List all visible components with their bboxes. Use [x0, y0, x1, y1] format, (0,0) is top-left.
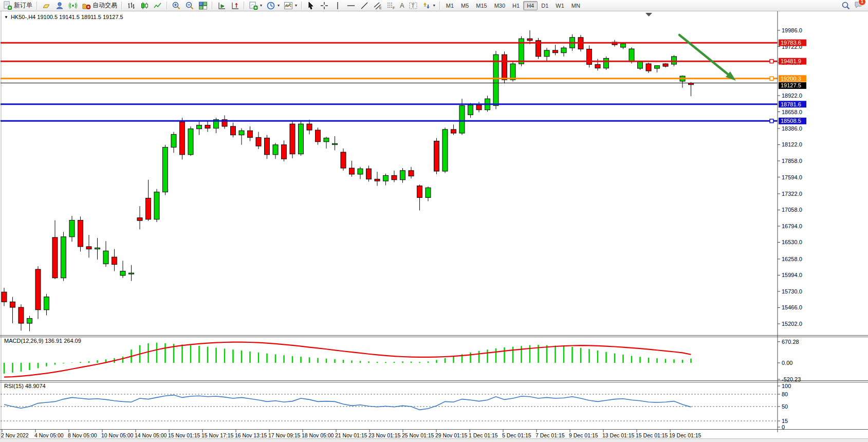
periods-button[interactable]: ▾	[264, 0, 282, 11]
auto-scroll-icon	[217, 1, 226, 10]
svg-text:80: 80	[782, 391, 788, 397]
svg-text:14 Nov 05:00: 14 Nov 05:00	[135, 432, 167, 438]
svg-text:15202.0: 15202.0	[782, 321, 802, 327]
rsi-label: RSI(15) 48.9074	[4, 383, 46, 389]
auto-scroll-button[interactable]	[215, 0, 228, 11]
signals-button[interactable]	[66, 0, 80, 11]
line-chart-button[interactable]	[151, 0, 164, 11]
svg-text:4 Nov 05:00: 4 Nov 05:00	[34, 432, 64, 438]
fibonacci-icon: F	[386, 1, 396, 10]
new-order-button[interactable]: 新订单	[1, 0, 34, 11]
svg-text:0: 0	[782, 424, 785, 430]
zoom-out-icon	[185, 1, 194, 10]
arrows-button[interactable]: ▾	[420, 0, 437, 11]
new-order-label: 新订单	[14, 1, 32, 10]
indicators-icon	[284, 1, 293, 10]
zoom-in-button[interactable]	[170, 0, 183, 11]
bar-chart-icon	[126, 1, 136, 10]
svg-text:F: F	[393, 6, 395, 10]
svg-text:19127.5: 19127.5	[781, 82, 801, 88]
candlestick-chart-button[interactable]	[138, 0, 151, 11]
svg-text:21 Nov 01:15: 21 Nov 01:15	[335, 432, 367, 438]
tf-m1[interactable]: M1	[442, 1, 457, 10]
cursor-button[interactable]	[304, 0, 318, 11]
auto-trading-label: 自动交易	[93, 1, 117, 10]
svg-text:25 Nov 01:15: 25 Nov 01:15	[402, 432, 434, 438]
svg-text:0.00: 0.00	[782, 360, 792, 366]
chevron-down-icon: ▾	[433, 3, 435, 8]
svg-text:15730.0: 15730.0	[782, 288, 802, 294]
tile-windows-button[interactable]	[196, 0, 210, 11]
svg-text:T: T	[411, 3, 414, 9]
svg-text:16794.0: 16794.0	[782, 223, 802, 229]
svg-text:15994.0: 15994.0	[782, 272, 802, 278]
deposit-button[interactable]	[40, 0, 53, 11]
tf-h4[interactable]: H4	[523, 1, 538, 10]
collapse-icon[interactable]: ▼	[4, 15, 8, 20]
toolbar-separator	[301, 2, 302, 10]
svg-text:17 Nov 09:15: 17 Nov 09:15	[268, 432, 301, 438]
chart-canvas[interactable]: 19986.019722.019458.018922.018658.018386…	[0, 11, 868, 442]
svg-text:18922.0: 18922.0	[782, 93, 802, 99]
svg-text:10 Nov 05:00: 10 Nov 05:00	[101, 432, 134, 438]
trendline-button[interactable]	[358, 0, 371, 11]
horizontal-line-button[interactable]	[344, 0, 358, 11]
svg-text:15466.0: 15466.0	[782, 304, 802, 310]
svg-text:18781.6: 18781.6	[781, 101, 801, 107]
channel-icon: E	[373, 1, 382, 10]
tf-w1[interactable]: W1	[552, 1, 568, 10]
channel-button[interactable]: E	[371, 0, 384, 11]
horizontal-line-icon	[346, 1, 356, 10]
cursor-icon	[306, 1, 316, 10]
macd-label: MACD(12,26,9) 136.91 264.09	[4, 338, 81, 344]
chevron-down-icon: ▾	[278, 3, 280, 8]
text-button[interactable]: A	[398, 0, 407, 11]
svg-text:15: 15	[782, 418, 788, 424]
svg-text:670.28: 670.28	[782, 339, 799, 345]
auto-trading-button[interactable]: 自动交易	[80, 0, 119, 11]
toolbar-separator	[212, 2, 213, 10]
search-icon[interactable]	[841, 1, 851, 10]
tf-h1[interactable]: H1	[509, 1, 523, 10]
toolbar: 新订单 自动交易	[0, 0, 868, 11]
zoom-out-button[interactable]	[183, 0, 196, 11]
crosshair-button[interactable]	[318, 0, 331, 11]
tf-d1[interactable]: D1	[538, 1, 552, 10]
svg-text:17322.0: 17322.0	[782, 191, 802, 197]
bar-chart-button[interactable]	[124, 0, 138, 11]
notification-badge: 1	[858, 0, 866, 6]
chart-shift-icon	[230, 1, 239, 10]
svg-text:18122.0: 18122.0	[782, 141, 802, 148]
chart-shift-button[interactable]	[228, 0, 242, 11]
tf-m5[interactable]: M5	[457, 1, 472, 10]
line-chart-icon	[153, 1, 162, 10]
svg-text:13 Dec 01:15: 13 Dec 01:15	[602, 432, 635, 438]
svg-text:5 Dec 01:15: 5 Dec 01:15	[502, 432, 531, 438]
chevron-down-icon: ▾	[260, 3, 262, 8]
community-button[interactable]	[53, 0, 66, 11]
tile-windows-icon	[198, 1, 208, 10]
toolbar-right: 1	[841, 0, 867, 11]
tf-m30[interactable]: M30	[491, 1, 509, 10]
svg-text:29 Nov 01:15: 29 Nov 01:15	[435, 432, 468, 438]
tf-mn[interactable]: MN	[568, 1, 584, 10]
svg-text:23 Nov 01:15: 23 Nov 01:15	[368, 432, 401, 438]
svg-text:16530.0: 16530.0	[782, 239, 802, 245]
tf-m15[interactable]: M15	[472, 1, 490, 10]
svg-text:9 Dec 01:15: 9 Dec 01:15	[569, 432, 598, 438]
zoom-in-icon	[172, 1, 181, 10]
toolbar-separator	[167, 2, 168, 10]
indicators-button[interactable]: ▾	[282, 0, 299, 11]
chevron-down-icon: ▾	[295, 3, 297, 8]
new-chart-button[interactable]: ▾	[247, 0, 264, 11]
notifications-button[interactable]: 1	[854, 0, 863, 11]
svg-text:50: 50	[782, 403, 788, 410]
svg-text:15 Nov 01:15: 15 Nov 01:15	[168, 432, 200, 438]
fibonacci-button[interactable]: F	[384, 0, 398, 11]
vertical-line-button[interactable]	[331, 0, 344, 11]
toolbar-separator	[121, 2, 122, 10]
gold-ingot-icon	[42, 1, 51, 10]
chart-window[interactable]: 19986.019722.019458.018922.018658.018386…	[0, 11, 868, 442]
text-label-button[interactable]: T	[407, 0, 420, 11]
svg-text:19481.9: 19481.9	[781, 58, 801, 64]
